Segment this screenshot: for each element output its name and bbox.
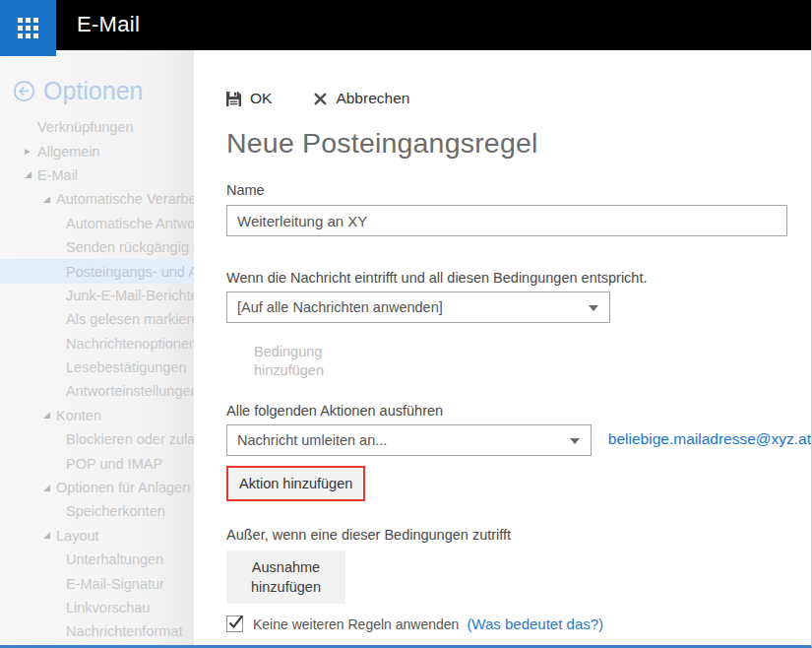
condition-select-value: [Auf alle Nachrichten anwenden] xyxy=(237,299,443,315)
options-back-header[interactable]: Optionen xyxy=(13,77,194,104)
sidebar-item[interactable]: ◢Optionen für Anlagen xyxy=(0,476,194,499)
sidebar-item-label: POP und IMAP xyxy=(66,456,162,472)
sidebar-item-label: Lesebestätigungen xyxy=(66,359,187,375)
sidebar-item[interactable]: Lesebestätigungen xyxy=(0,356,194,379)
sidebar-item-label: Posteingangs- und Au xyxy=(66,264,194,280)
sidebar-item-label: Verknüpfungen xyxy=(37,119,134,135)
add-condition-line1: Bedingung xyxy=(254,344,322,359)
add-action-button[interactable]: Aktion hinzufügen xyxy=(228,468,363,499)
expanded-arrow-icon: ◢ xyxy=(25,170,37,179)
ok-button[interactable]: OK xyxy=(226,90,272,107)
sidebar-item-label: Automatische Antwor xyxy=(66,216,194,231)
expanded-arrow-icon: ◢ xyxy=(43,195,56,204)
stop-processing-row: Keine weiteren Regeln anwenden (Was bede… xyxy=(226,616,811,632)
owa-options-window: E-Mail Optionen Verknüpfungen▶Allge xyxy=(0,0,812,648)
sidebar-item-label: Als gelesen markieren xyxy=(66,311,194,327)
sidebar-item-label: Konten xyxy=(56,408,101,423)
sidebar-item-label: Automatische Verarbeitu xyxy=(56,191,194,207)
sidebar-item[interactable]: Blockieren oder zulass xyxy=(0,427,194,451)
sidebar-item-label: E-Mail-Signatur xyxy=(66,576,164,592)
sidebar-item[interactable]: ▶Allgemein xyxy=(0,139,194,162)
sidebar-item[interactable]: Linkvorschau xyxy=(0,596,194,619)
rule-name-input[interactable] xyxy=(226,205,787,236)
redirect-address-link[interactable]: beliebige.mailadresse@xyz.at xyxy=(608,430,811,448)
chevron-down-icon xyxy=(589,305,598,311)
sidebar-item-label: Nachrichtenoptionen xyxy=(66,336,194,352)
sidebar-item[interactable]: Speicherkonten xyxy=(0,499,194,523)
sidebar-item-label: Speicherkonten xyxy=(66,503,165,519)
sidebar-item-label: E-Mail xyxy=(37,167,78,183)
save-icon xyxy=(226,92,241,106)
sidebar-item-label: Nachrichtenformat xyxy=(66,623,182,639)
grid-icon xyxy=(18,18,38,38)
options-sidebar: Optionen Verknüpfungen▶Allgemein◢E-Mail◢… xyxy=(0,50,194,645)
actions-label: Alle folgenden Aktionen ausführen xyxy=(226,403,811,419)
close-icon xyxy=(314,93,327,105)
expanded-arrow-icon: ◢ xyxy=(43,484,56,492)
options-title: Optionen xyxy=(43,77,143,105)
sidebar-item[interactable]: Junk-E-Mail-Berichter xyxy=(0,284,194,307)
add-exception-line2: hinzufügen xyxy=(251,579,321,595)
help-link[interactable]: (Was bedeutet das?) xyxy=(467,616,603,632)
options-nav-tree: Verknüpfungen▶Allgemein◢E-Mail◢Automatis… xyxy=(0,115,194,644)
expanded-arrow-icon: ◢ xyxy=(43,531,56,540)
cancel-label: Abbrechen xyxy=(336,90,409,107)
sidebar-item-label: Allgemein xyxy=(37,144,100,160)
condition-select[interactable]: [Auf alle Nachrichten anwenden] xyxy=(226,292,610,323)
chevron-down-icon xyxy=(570,438,580,444)
ok-label: OK xyxy=(250,90,272,107)
sidebar-item[interactable]: Automatische Antwor xyxy=(0,212,194,235)
sidebar-item-label: Unterhaltungen xyxy=(66,551,163,567)
sidebar-item-label: Senden rückgängig m xyxy=(66,239,194,255)
app-launcher-button[interactable] xyxy=(0,0,56,56)
sidebar-item-label: Blockieren oder zulass xyxy=(66,431,194,447)
page-title: Neue Posteingangsregel xyxy=(226,127,811,160)
action-select-value: Nachricht umleiten an... xyxy=(237,432,387,448)
sidebar-item[interactable]: ◢Layout xyxy=(0,524,194,548)
sidebar-item-label: Linkvorschau xyxy=(66,600,150,616)
back-arrow-circle-icon xyxy=(13,80,35,102)
sidebar-item[interactable]: Verknüpfungen xyxy=(0,115,194,139)
stop-processing-label: Keine weiteren Regeln anwenden xyxy=(253,616,459,632)
annotation-highlight-box: Aktion hinzufügen xyxy=(226,466,365,501)
rule-editor-panel: OK Abbrechen Neue Posteingangsregel Name… xyxy=(194,50,811,645)
editor-toolbar: OK Abbrechen xyxy=(226,90,811,107)
stop-processing-checkbox[interactable] xyxy=(226,616,243,632)
sidebar-item[interactable]: Nachrichtenoptionen xyxy=(0,332,194,356)
action-row: Nachricht umleiten an... beliebige.maila… xyxy=(226,419,811,456)
condition-label: Wenn die Nachricht eintrifft und all die… xyxy=(226,270,811,286)
sidebar-item[interactable]: Nachrichtenformat xyxy=(0,619,194,643)
collapsed-arrow-icon: ▶ xyxy=(25,148,37,156)
name-label: Name xyxy=(226,182,811,198)
add-condition-button[interactable]: Bedingung hinzufügen xyxy=(254,343,324,380)
expanded-arrow-icon: ◢ xyxy=(43,411,56,420)
sidebar-item[interactable]: Senden rückgängig m xyxy=(0,235,194,259)
action-select[interactable]: Nachricht umleiten an... xyxy=(226,424,592,456)
sidebar-item[interactable]: ◢Automatische Verarbeitu xyxy=(0,187,194,211)
sidebar-item-label: Layout xyxy=(56,528,99,544)
exception-label: Außer, wenn eine dieser Bedingungen zutr… xyxy=(226,527,811,543)
sidebar-item[interactable]: Antworteinstellungen xyxy=(0,379,194,403)
add-exception-button[interactable]: Ausnahme hinzufügen xyxy=(226,551,345,604)
sidebar-item[interactable]: Unterhaltungen xyxy=(0,548,194,571)
sidebar-item[interactable]: ◢E-Mail xyxy=(0,163,194,187)
sidebar-item[interactable]: POP und IMAP xyxy=(0,451,194,475)
add-condition-line2: hinzufügen xyxy=(254,362,324,378)
sidebar-item-label: Antworteinstellungen xyxy=(66,383,194,399)
sidebar-item-label: Junk-E-Mail-Berichter xyxy=(66,288,194,303)
app-title: E-Mail xyxy=(77,0,140,49)
sidebar-item-label: Optionen für Anlagen xyxy=(56,480,190,495)
sidebar-item[interactable]: Posteingangs- und Au xyxy=(0,259,194,283)
sidebar-item[interactable]: E-Mail-Signatur xyxy=(0,571,194,595)
add-exception-line1: Ausnahme xyxy=(252,559,320,575)
app-header-bar: E-Mail xyxy=(0,0,811,50)
sidebar-item[interactable]: Als gelesen markieren xyxy=(0,307,194,331)
cancel-button[interactable]: Abbrechen xyxy=(314,90,409,107)
sidebar-item[interactable]: ◢Konten xyxy=(0,404,194,427)
